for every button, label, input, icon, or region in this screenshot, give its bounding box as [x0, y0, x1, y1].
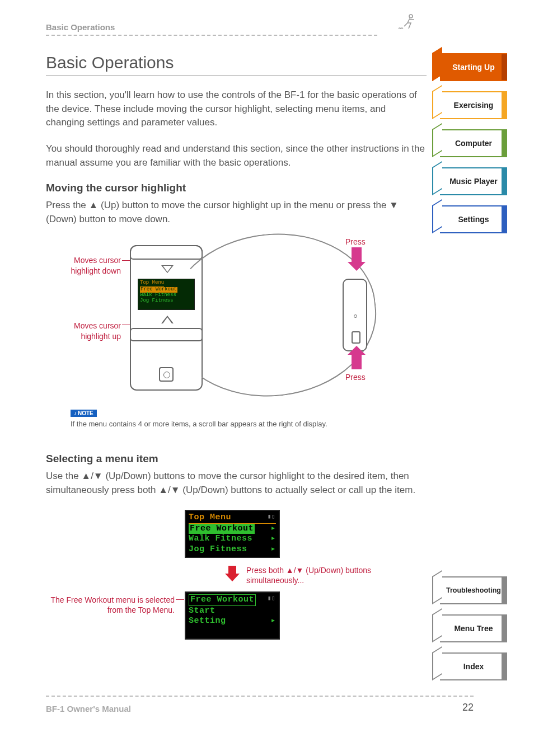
down-button-icon: [161, 265, 174, 273]
screen-item: Jog Fitness: [140, 298, 173, 303]
screen-item: Start: [189, 606, 216, 617]
tab-menu-tree[interactable]: Menu Tree: [440, 614, 507, 642]
device-cap: [130, 245, 203, 260]
section-moving-cursor-heading: Moving the cursor highlight: [46, 182, 427, 194]
note-text: If the menu contains 4 or more items, a …: [71, 420, 427, 428]
breadcrumb: Basic Operations: [46, 22, 377, 32]
label-moves-up: Moves cursor highlight up: [54, 321, 121, 341]
section-moving-cursor-body: Press the ▲ (Up) button to move the curs…: [46, 199, 427, 226]
battery-icon: ▮▯: [268, 513, 275, 521]
svg-point-0: [409, 15, 413, 18]
tab-music-player[interactable]: Music Player: [440, 167, 507, 195]
tab-settings[interactable]: Settings: [440, 205, 507, 233]
label-press: Press: [345, 237, 366, 246]
screen-item-selected: Free Workout: [189, 524, 255, 534]
side-tabs-top: Starting Up Exercising Computer Music Pl…: [440, 53, 507, 243]
tab-starting-up[interactable]: Starting Up: [440, 53, 507, 81]
screen-item: Walk Fitness: [189, 534, 252, 544]
side-tabs-bottom: Troubleshooting Menu Tree Index: [440, 576, 507, 691]
illustration-select: ▮▯ Top Menu Free Workout▸ Walk Fitness▸ …: [46, 510, 393, 661]
intro-paragraph-2: You should thoroughly read and understan…: [46, 142, 427, 170]
tab-exercising[interactable]: Exercising: [440, 91, 507, 119]
screen-item: Setting: [189, 616, 226, 627]
section-selecting-body: Use the ▲/▼ (Up/Down) buttons to move th…: [46, 469, 427, 497]
screen-item: Jog Fitness: [189, 544, 247, 555]
arrow-down-icon: [228, 566, 236, 575]
callout-line: [176, 599, 184, 600]
tab-computer[interactable]: Computer: [440, 129, 507, 157]
label-moves-down: Moves cursor highlight down: [54, 255, 121, 275]
pedometer-icon: [159, 367, 174, 382]
screen-title: Free Workout: [189, 594, 256, 606]
device-screen-free-workout: ▮▯ Free Workout Start Setting▸: [185, 591, 280, 640]
label-press: Press: [345, 373, 366, 382]
footer-divider: [46, 696, 474, 697]
tab-index[interactable]: Index: [440, 652, 507, 680]
header-divider: [46, 35, 377, 36]
screen-title: Top Menu: [140, 280, 164, 287]
label-free-workout-selected: The Free Workout menu is selected from t…: [46, 595, 175, 615]
battery-icon: ▮▯: [268, 595, 275, 603]
arrow-down-icon: [352, 247, 362, 263]
illustration-cursor: Moves cursor highlight down Moves cursor…: [46, 234, 393, 402]
screen-title: Top Menu: [189, 513, 276, 524]
label-press-both: Press both ▲/▼ (Up/Down) buttons simulta…: [246, 565, 392, 585]
footer-page-number: 22: [462, 702, 474, 713]
runner-icon: [397, 14, 416, 35]
title-divider: [46, 76, 427, 76]
arrow-up-icon: [352, 354, 362, 369]
tab-troubleshooting[interactable]: Troubleshooting: [440, 576, 507, 604]
section-selecting-heading: Selecting a menu item: [46, 453, 427, 465]
screen-item: Walk Fitness: [140, 292, 176, 298]
device-side: [343, 279, 367, 351]
intro-paragraph-1: In this section, you'll learn how to use…: [46, 88, 427, 130]
note-badge: ♪NOTE: [71, 410, 97, 417]
device-screen-top-menu: ▮▯ Top Menu Free Workout▸ Walk Fitness▸ …: [185, 510, 280, 558]
footer-manual-name: BF-1 Owner's Manual: [46, 704, 131, 713]
page-title: Basic Operations: [46, 53, 427, 72]
